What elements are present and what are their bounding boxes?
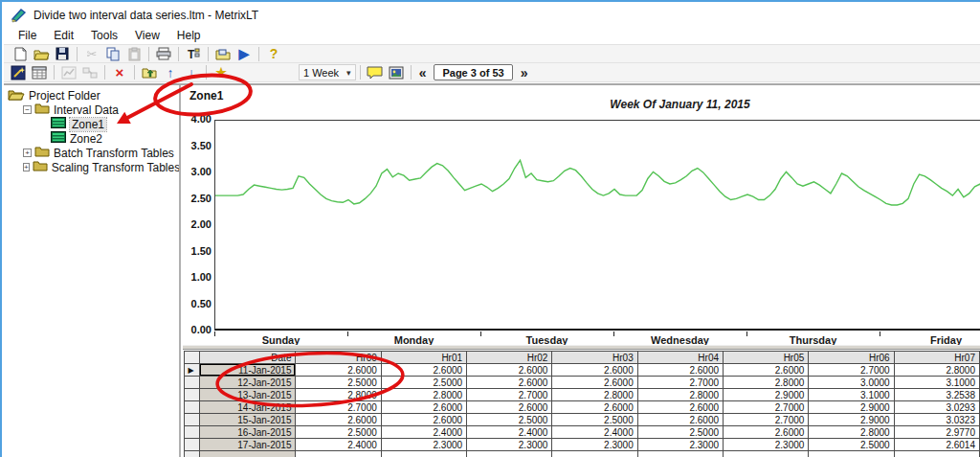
menu-tools[interactable]: Tools <box>82 28 126 44</box>
row-selector[interactable] <box>185 439 200 451</box>
date-cell[interactable]: 13-Jan-2015 <box>199 389 296 401</box>
value-cell[interactable]: 2.4000 <box>467 426 552 439</box>
value-cell[interactable]: 2.5000 <box>296 377 381 389</box>
sidebar-item-project-folder[interactable]: Project Folder <box>4 88 179 103</box>
value-cell[interactable]: 2.9000 <box>809 401 894 414</box>
value-cell[interactable]: 2.6000 <box>381 364 466 377</box>
row-selector[interactable] <box>185 414 200 426</box>
paste-icon[interactable] <box>124 45 144 62</box>
value-cell[interactable]: 2.8000 <box>809 426 894 439</box>
prev-page-button[interactable]: « <box>415 65 431 80</box>
date-cell[interactable]: 12-Jan-2015 <box>199 377 296 389</box>
new-document-icon[interactable] <box>11 45 30 62</box>
value-cell[interactable]: 2.8000 <box>296 389 381 401</box>
chart-link-icon[interactable] <box>59 64 78 81</box>
value-cell[interactable]: 2.3000 <box>552 439 637 451</box>
move-down-icon[interactable]: ↓ <box>182 64 201 81</box>
highlight-icon[interactable]: ★ <box>212 64 231 81</box>
value-cell[interactable]: 2.7000 <box>296 401 381 414</box>
page-indicator[interactable]: Page 3 of 53 <box>434 64 512 80</box>
value-cell[interactable]: 2.6000 <box>637 364 723 377</box>
comment-icon[interactable] <box>366 64 385 81</box>
move-up-icon[interactable]: ↑ <box>161 64 180 81</box>
cut-icon[interactable]: ✂ <box>82 45 101 62</box>
row-selector[interactable] <box>185 426 200 439</box>
transform-icon[interactable] <box>80 64 100 81</box>
value-cell[interactable]: 2.4000 <box>552 426 637 439</box>
value-cell[interactable]: 2.6000 <box>381 414 466 426</box>
tree-properties-icon[interactable]: T <box>184 45 203 62</box>
sidebar-item-interval-data[interactable]: −Interval Data <box>4 103 179 117</box>
expand-icon[interactable]: + <box>23 149 32 157</box>
save-icon[interactable] <box>53 45 72 62</box>
sidebar-item-batch-transform-tables[interactable]: +Batch Transform Tables <box>4 146 179 160</box>
value-cell[interactable]: 2.6000 <box>724 364 809 377</box>
value-cell[interactable]: 3.2538 <box>894 389 979 401</box>
date-cell[interactable]: 16-Jan-2015 <box>199 426 296 439</box>
delete-icon[interactable]: × <box>110 64 129 81</box>
menu-help[interactable]: Help <box>168 28 210 44</box>
sidebar-item-scaling-transform-tables[interactable]: +Scaling Transform Tables <box>4 160 179 174</box>
value-cell[interactable]: 2.6000 <box>552 364 637 377</box>
value-cell[interactable]: 2.9000 <box>724 389 809 401</box>
value-cell[interactable]: 2.7000 <box>467 389 552 401</box>
value-cell[interactable]: 2.9770 <box>894 426 979 439</box>
value-cell[interactable]: 2.7000 <box>724 401 809 414</box>
run-icon[interactable]: ▶ <box>234 45 254 62</box>
value-cell[interactable]: 3.1000 <box>809 389 894 401</box>
value-cell[interactable]: 2.6000 <box>296 364 381 377</box>
value-cell[interactable]: 2.6000 <box>724 426 809 439</box>
image-export-icon[interactable] <box>387 64 406 81</box>
value-cell[interactable]: 2.3000 <box>724 439 809 451</box>
help-icon[interactable]: ? <box>264 45 283 62</box>
date-cell[interactable]: 14-Jan-2015 <box>199 401 296 414</box>
menu-view[interactable]: View <box>126 28 168 44</box>
value-cell[interactable]: 2.5000 <box>809 439 894 451</box>
menu-edit[interactable]: Edit <box>45 28 82 44</box>
next-page-button[interactable]: » <box>517 65 532 80</box>
value-cell[interactable]: 2.5000 <box>381 377 466 389</box>
value-cell[interactable]: 2.3000 <box>467 439 552 451</box>
row-selector[interactable] <box>185 389 200 401</box>
value-cell[interactable]: 2.6000 <box>637 401 723 414</box>
value-cell[interactable]: 2.7000 <box>809 364 894 377</box>
value-cell[interactable]: 2.9000 <box>809 414 894 426</box>
value-cell[interactable]: 2.6000 <box>381 401 466 414</box>
copy-icon[interactable] <box>103 45 122 62</box>
value-cell[interactable]: 2.3000 <box>381 439 466 451</box>
date-cell[interactable]: 11-Jan-2015 <box>199 364 296 377</box>
collapse-icon[interactable]: − <box>23 105 32 114</box>
value-cell[interactable]: 2.8000 <box>724 377 809 389</box>
period-select[interactable]: 1 Week ▾ <box>299 64 356 80</box>
value-cell[interactable]: 3.0293 <box>894 401 979 414</box>
value-cell[interactable]: 2.6000 <box>467 401 552 414</box>
sidebar-item-zone1[interactable]: Zone1 <box>4 117 179 131</box>
export-folder-icon[interactable] <box>213 45 233 62</box>
value-cell[interactable]: 2.3000 <box>637 439 723 451</box>
value-cell[interactable]: 2.8000 <box>381 389 466 401</box>
value-cell[interactable]: 2.5000 <box>296 426 381 439</box>
value-cell[interactable]: 3.0000 <box>809 377 894 389</box>
value-cell[interactable]: 2.7000 <box>637 377 723 389</box>
value-cell[interactable]: 2.8000 <box>637 389 723 401</box>
expand-icon[interactable]: + <box>23 163 30 171</box>
value-cell[interactable]: 2.6000 <box>467 364 552 377</box>
value-cell[interactable]: 2.6014 <box>894 439 979 451</box>
open-folder-icon[interactable] <box>32 45 51 62</box>
value-cell[interactable]: 2.6000 <box>467 377 552 389</box>
value-cell[interactable]: 2.8000 <box>552 389 637 401</box>
value-cell[interactable]: 2.6000 <box>552 401 637 414</box>
value-cell[interactable]: 2.7000 <box>724 414 809 426</box>
value-cell[interactable]: 2.8000 <box>894 364 979 377</box>
value-cell[interactable]: 2.4000 <box>296 439 381 451</box>
print-icon[interactable] <box>154 45 173 62</box>
current-row-marker[interactable]: ▶ <box>185 364 200 377</box>
value-cell[interactable]: 3.0323 <box>894 414 979 426</box>
menu-file[interactable]: File <box>10 28 45 44</box>
value-cell[interactable]: 2.5000 <box>637 426 723 439</box>
value-cell[interactable]: 2.5000 <box>467 414 552 426</box>
value-cell[interactable]: 3.1000 <box>894 377 979 389</box>
horizontal-splitter[interactable] <box>183 345 980 350</box>
value-cell[interactable]: 2.4000 <box>381 426 466 439</box>
date-cell[interactable]: 15-Jan-2015 <box>199 414 296 426</box>
